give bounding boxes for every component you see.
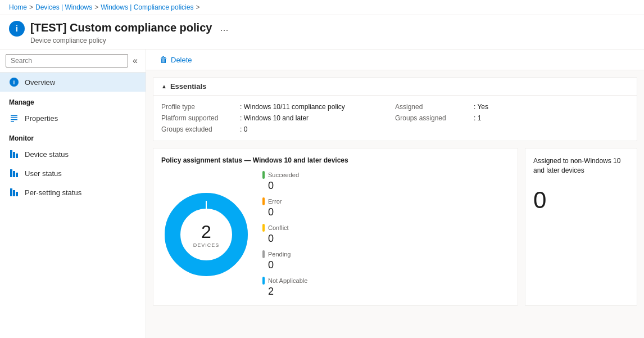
legend-item-not-applicable: Not Applicable 2 bbox=[262, 277, 307, 298]
svg-rect-3 bbox=[11, 121, 14, 122]
essentials-assigned-label: Assigned bbox=[395, 103, 474, 111]
svg-rect-1 bbox=[11, 118, 17, 119]
sidebar-monitor-label: Monitor bbox=[0, 128, 146, 145]
sidebar-item-label-device-status: Device status bbox=[25, 150, 69, 159]
delete-label: Delete bbox=[171, 56, 192, 64]
legend-val-conflict: 0 bbox=[262, 233, 307, 245]
page-title: [TEST] Custom compliance policy ... bbox=[30, 20, 230, 35]
page-header: i [TEST] Custom compliance policy ... De… bbox=[0, 15, 644, 49]
breadcrumb-compliance-policies[interactable]: Windows | Compliance policies bbox=[101, 3, 193, 11]
sidebar-item-label-user-status: User status bbox=[25, 169, 62, 178]
page-subtitle: Device compliance policy bbox=[30, 37, 230, 44]
toolbar: 🗑 Delete bbox=[146, 49, 644, 70]
essentials-groups-assigned-label: Groups assigned bbox=[395, 114, 474, 122]
svg-rect-4 bbox=[10, 150, 12, 158]
donut-chart: 2 DEVICES bbox=[161, 190, 251, 280]
sidebar-item-device-status[interactable]: Device status bbox=[0, 145, 146, 164]
legend-name-conflict: Conflict bbox=[268, 224, 289, 231]
legend-dot-not-applicable bbox=[262, 277, 265, 285]
svg-rect-12 bbox=[16, 192, 18, 196]
properties-icon bbox=[9, 113, 19, 123]
svg-rect-0 bbox=[11, 115, 17, 116]
sidebar: « i Overview Manage Properties Mo bbox=[0, 49, 146, 338]
svg-rect-7 bbox=[10, 169, 12, 177]
legend-name-error: Error bbox=[268, 198, 282, 205]
overview-icon: i bbox=[9, 77, 19, 87]
legend-dot-error bbox=[262, 197, 265, 205]
legend-item-pending: Pending 0 bbox=[262, 250, 307, 271]
chart-legend: Succeeded 0 Error 0 bbox=[262, 171, 307, 298]
essentials-groups-assigned-value: : 1 bbox=[474, 114, 481, 122]
sidebar-item-overview[interactable]: i Overview bbox=[0, 73, 146, 92]
essentials-platform-value: : Windows 10 and later bbox=[240, 114, 309, 122]
title-block: [TEST] Custom compliance policy ... Devi… bbox=[30, 20, 230, 44]
legend-name-succeeded: Succeeded bbox=[268, 172, 299, 178]
legend-val-succeeded: 0 bbox=[262, 180, 307, 192]
legend-dot-pending bbox=[262, 250, 265, 258]
device-status-icon bbox=[9, 149, 19, 159]
essentials-groups-excluded-label: Groups excluded bbox=[161, 125, 240, 133]
essentials-profile-type-value: : Windows 10/11 compliance policy bbox=[240, 103, 345, 111]
more-options-button[interactable]: ... bbox=[217, 20, 230, 35]
breadcrumb: Home > Devices | Windows > Windows | Com… bbox=[0, 0, 644, 15]
essentials-profile-type-label: Profile type bbox=[161, 103, 240, 111]
main-content: 🗑 Delete ▲ Essentials Profile type : Win… bbox=[146, 49, 644, 338]
donut-number: 2 bbox=[193, 221, 220, 242]
breadcrumb-sep-1: > bbox=[29, 3, 33, 11]
sidebar-manage-label: Manage bbox=[0, 92, 146, 109]
essentials-label: Essentials bbox=[170, 82, 206, 91]
chart-content: 2 DEVICES Succeeded 0 bbox=[161, 171, 510, 298]
essentials-row-groups-assigned: Groups assigned : 1 bbox=[395, 112, 629, 124]
legend-val-not-applicable: 2 bbox=[262, 286, 307, 298]
legend-name-pending: Pending bbox=[268, 251, 291, 258]
donut-label: DEVICES bbox=[193, 242, 220, 247]
sidebar-item-label-properties: Properties bbox=[25, 114, 58, 123]
legend-val-pending: 0 bbox=[262, 259, 307, 271]
user-status-icon bbox=[9, 168, 19, 178]
essentials-chevron: ▲ bbox=[161, 83, 167, 89]
svg-rect-10 bbox=[10, 188, 12, 196]
legend-dot-conflict bbox=[262, 224, 265, 232]
charts-area: Policy assignment status — Windows 10 an… bbox=[153, 148, 637, 306]
svg-rect-8 bbox=[13, 171, 15, 177]
essentials-platform-label: Platform supported bbox=[161, 114, 240, 122]
chart-title: Policy assignment status — Windows 10 an… bbox=[161, 156, 510, 164]
essentials-section: ▲ Essentials Profile type : Windows 10/1… bbox=[153, 77, 637, 141]
essentials-row-profile-type: Profile type : Windows 10/11 compliance … bbox=[161, 101, 395, 112]
page-info-icon: i bbox=[9, 21, 25, 37]
sidebar-item-label-overview: Overview bbox=[25, 78, 55, 87]
legend-dot-succeeded bbox=[262, 171, 265, 179]
svg-rect-6 bbox=[16, 154, 18, 158]
breadcrumb-sep-2: > bbox=[94, 3, 98, 11]
essentials-left: Profile type : Windows 10/11 compliance … bbox=[161, 101, 395, 135]
svg-rect-11 bbox=[13, 190, 15, 196]
sidebar-item-user-status[interactable]: User status bbox=[0, 164, 146, 183]
svg-rect-5 bbox=[13, 152, 15, 158]
search-input[interactable] bbox=[6, 54, 128, 67]
delete-button[interactable]: 🗑 Delete bbox=[155, 53, 197, 66]
essentials-grid: Profile type : Windows 10/11 compliance … bbox=[153, 96, 637, 141]
breadcrumb-devices-windows[interactable]: Devices | Windows bbox=[35, 3, 92, 11]
svg-rect-9 bbox=[16, 173, 18, 177]
essentials-assigned-value: : Yes bbox=[474, 103, 488, 111]
essentials-groups-excluded-value: : 0 bbox=[240, 125, 247, 133]
breadcrumb-home[interactable]: Home bbox=[9, 3, 27, 11]
side-card: Assigned to non-Windows 10 and later dev… bbox=[525, 148, 637, 306]
search-container: « bbox=[0, 49, 146, 73]
delete-icon: 🗑 bbox=[160, 55, 167, 64]
main-chart-card: Policy assignment status — Windows 10 an… bbox=[153, 148, 518, 306]
svg-rect-2 bbox=[11, 119, 17, 120]
breadcrumb-sep-3: > bbox=[196, 3, 199, 11]
collapse-button[interactable]: « bbox=[130, 56, 140, 66]
essentials-row-groups-excluded: Groups excluded : 0 bbox=[161, 124, 395, 135]
side-card-number: 0 bbox=[533, 187, 546, 214]
essentials-row-assigned: Assigned : Yes bbox=[395, 101, 629, 112]
side-card-title: Assigned to non-Windows 10 and later dev… bbox=[533, 156, 629, 175]
essentials-header[interactable]: ▲ Essentials bbox=[153, 78, 637, 96]
sidebar-item-properties[interactable]: Properties bbox=[0, 109, 146, 128]
legend-item-succeeded: Succeeded 0 bbox=[262, 171, 307, 192]
essentials-row-platform: Platform supported : Windows 10 and late… bbox=[161, 112, 395, 124]
donut-center: 2 DEVICES bbox=[193, 221, 220, 247]
sidebar-item-per-setting-status[interactable]: Per-setting status bbox=[0, 183, 146, 202]
essentials-right: Assigned : Yes Groups assigned : 1 bbox=[395, 101, 629, 135]
